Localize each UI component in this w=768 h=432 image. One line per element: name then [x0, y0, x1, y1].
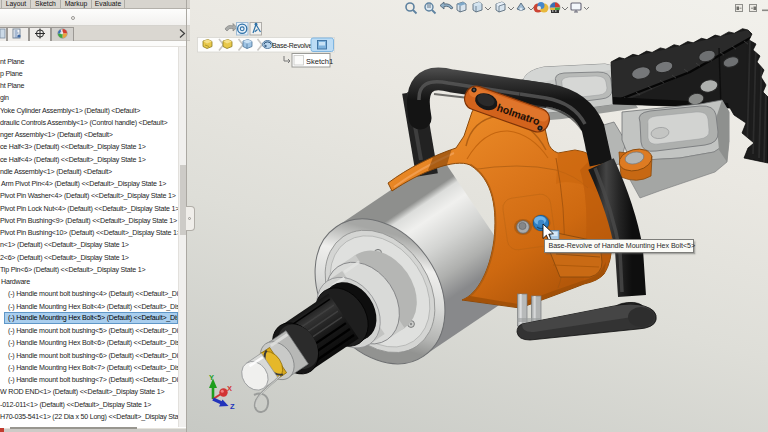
svg-text:Y: Y [209, 373, 214, 382]
svg-text:X: X [227, 384, 232, 393]
svg-text:Sketch1: Sketch1 [306, 57, 333, 66]
svg-text:Z: Z [230, 402, 235, 411]
svg-text:Base-Revolve: Base-Revolve [272, 42, 312, 49]
